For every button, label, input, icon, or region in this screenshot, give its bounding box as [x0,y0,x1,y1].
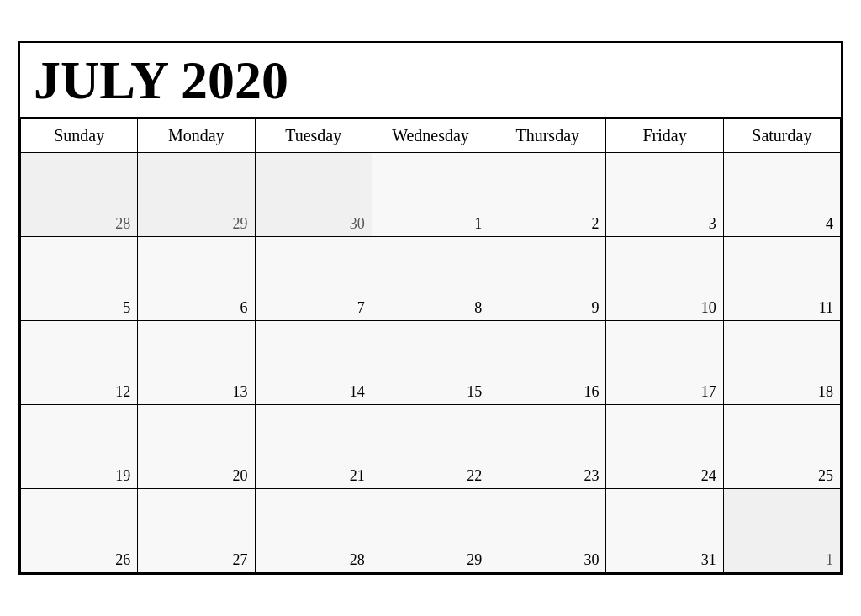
calendar-cell-w4-d4: 22 [372,405,489,489]
calendar-cell-w5-d1: 26 [21,489,138,573]
calendar-cell-w3-d5: 16 [489,321,606,405]
calendar-cell-w3-d7: 18 [723,321,840,405]
header-friday: Friday [606,119,723,153]
header-saturday: Saturday [723,119,840,153]
week-row-3: 12131415161718 [21,321,841,405]
week-row-5: 2627282930311 [21,489,841,573]
calendar-cell-w5-d6: 31 [606,489,723,573]
calendar-cell-w5-d5: 30 [489,489,606,573]
calendar-grid: SundayMondayTuesdayWednesdayThursdayFrid… [20,118,841,573]
calendar-cell-w1-d5: 2 [489,153,606,237]
calendar-cell-w4-d1: 19 [21,405,138,489]
calendar-cell-w1-d4: 1 [372,153,489,237]
calendar-cell-w3-d4: 15 [372,321,489,405]
calendar-cell-w5-d7: 1 [723,489,840,573]
calendar-cell-w5-d3: 28 [255,489,372,573]
calendar-cell-w1-d6: 3 [606,153,723,237]
days-header-row: SundayMondayTuesdayWednesdayThursdayFrid… [21,119,841,153]
calendar-cell-w4-d7: 25 [723,405,840,489]
calendar-cell-w3-d6: 17 [606,321,723,405]
calendar-cell-w2-d6: 10 [606,237,723,321]
week-row-1: 2829301234 [21,153,841,237]
calendar-cell-w4-d2: 20 [138,405,255,489]
calendar-cell-w5-d4: 29 [372,489,489,573]
calendar-title: JULY 2020 [20,43,841,118]
calendar-cell-w4-d3: 21 [255,405,372,489]
header-tuesday: Tuesday [255,119,372,153]
calendar-cell-w2-d7: 11 [723,237,840,321]
header-sunday: Sunday [21,119,138,153]
header-thursday: Thursday [489,119,606,153]
calendar-cell-w1-d7: 4 [723,153,840,237]
calendar-cell-w4-d5: 23 [489,405,606,489]
header-wednesday: Wednesday [372,119,489,153]
calendar-cell-w1-d1: 28 [21,153,138,237]
calendar-cell-w3-d3: 14 [255,321,372,405]
calendar-container: JULY 2020 SundayMondayTuesdayWednesdayTh… [18,41,843,575]
week-row-4: 19202122232425 [21,405,841,489]
calendar-cell-w5-d2: 27 [138,489,255,573]
calendar-cell-w3-d1: 12 [21,321,138,405]
calendar-cell-w2-d1: 5 [21,237,138,321]
calendar-cell-w1-d2: 29 [138,153,255,237]
calendar-cell-w1-d3: 30 [255,153,372,237]
calendar-cell-w2-d3: 7 [255,237,372,321]
calendar-cell-w2-d2: 6 [138,237,255,321]
calendar-cell-w4-d6: 24 [606,405,723,489]
week-row-2: 567891011 [21,237,841,321]
calendar-cell-w2-d5: 9 [489,237,606,321]
header-monday: Monday [138,119,255,153]
calendar-cell-w2-d4: 8 [372,237,489,321]
calendar-cell-w3-d2: 13 [138,321,255,405]
